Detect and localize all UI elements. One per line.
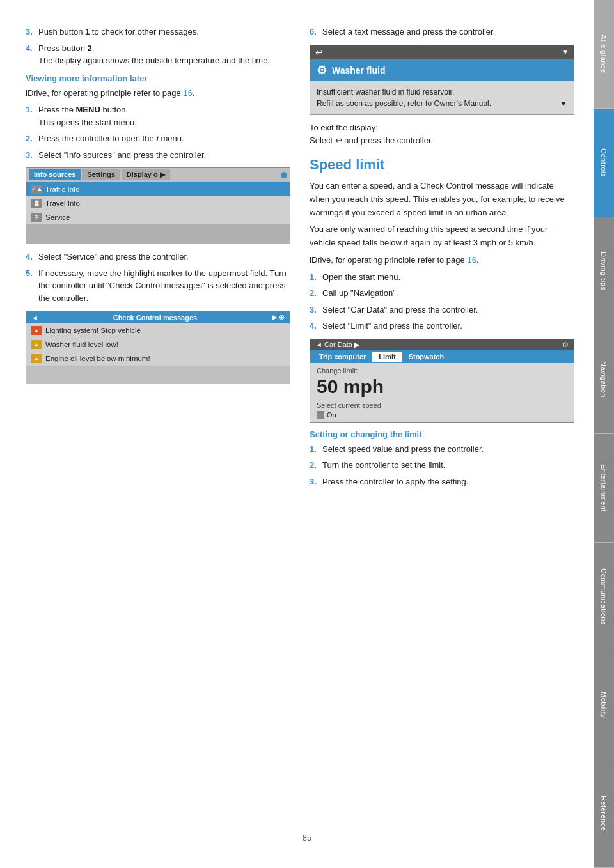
step-text: Open the start menu.: [322, 271, 574, 284]
step-text: If necessary, move the highlight marker …: [38, 267, 290, 305]
tab-trip-computer[interactable]: Trip computer: [313, 352, 372, 362]
step-number: 1.: [310, 271, 319, 284]
step-number: 5.: [26, 267, 35, 305]
step-4: 4. Press button 2.The display again show…: [26, 42, 290, 67]
exit-instruction: Select ↩ and press the controller.: [310, 136, 433, 145]
washer-top-bar: ↩ ▼: [310, 45, 574, 59]
substep-3: 3. Select "Info sources" and press the c…: [26, 149, 290, 162]
check-item-lighting: ▲ Lighting system! Stop vehicle: [26, 323, 290, 337]
sidebar-item-communications[interactable]: Communications: [594, 543, 614, 651]
menu-item-service: ⊕ Service: [26, 210, 290, 224]
sidebar-item-navigation[interactable]: Navigation: [594, 325, 614, 434]
setting-heading: Setting or changing the limit: [310, 430, 574, 439]
screen-footer: [26, 224, 290, 244]
sidebar-label: Driving tips: [600, 252, 608, 290]
substep-5: 5. If necessary, move the highlight mark…: [26, 267, 290, 305]
sidebar-item-mobility[interactable]: Mobility: [594, 651, 614, 760]
sidebar-item-controls[interactable]: Controls: [594, 109, 614, 217]
screen-tab-display: Display o ▶: [122, 169, 170, 180]
step-text: Select speed value and press the control…: [322, 443, 574, 456]
nav-arrow-right: ▶ ⊕: [272, 313, 285, 322]
traffic-icon: ✓▲: [31, 185, 42, 194]
step-number: 3.: [26, 149, 35, 162]
screen-tab-settings: Settings: [82, 169, 120, 180]
step-number: 1.: [26, 104, 35, 128]
check-control-label: Check Control messages: [113, 314, 197, 322]
step-text: Call up "Navigation".: [322, 287, 574, 300]
substep-1: 1. Press the MENU button.This opens the …: [26, 104, 290, 128]
step-text: Select "Info sources" and press the cont…: [38, 149, 290, 162]
car-data-nav: ◄ Car Data ▶: [315, 341, 359, 349]
viewing-heading: Viewing more information later: [26, 74, 290, 83]
sidebar-item-at-a-glance[interactable]: At a glance: [594, 0, 614, 109]
back-icon: ↩: [315, 47, 323, 58]
exit-text: To exit the display: Select ↩ and press …: [310, 121, 574, 148]
step-number: 1.: [310, 443, 319, 456]
menu-item-traffic: ✓▲ Traffic Info: [26, 182, 290, 196]
washer-body-text: Insufficient washer fluid in fluid reser…: [317, 88, 491, 108]
speed-step-3: 3. Select "Car Data" and press the contr…: [310, 304, 574, 316]
speed-step-4: 4. Select "Limit" and press the controll…: [310, 320, 574, 332]
idrive-ref2: iDrive, for operating principle refer to…: [310, 254, 574, 267]
step-text: Press button 2.The display again shows t…: [38, 42, 290, 67]
step-number: 4.: [26, 42, 35, 67]
sidebar-label: Communications: [600, 568, 608, 625]
error-icon: ▲: [31, 326, 42, 335]
sidebar-item-driving-tips[interactable]: Driving tips: [594, 217, 614, 326]
check-item-oil: ▲ Engine oil level below minimum!: [26, 352, 290, 366]
step-6: 6. Select a text message and press the c…: [310, 26, 574, 38]
step-number: 6.: [310, 26, 319, 38]
warn-icon: ▲: [31, 340, 42, 349]
sidebar-label: Navigation: [600, 361, 608, 398]
menu-label: Service: [45, 213, 70, 221]
sidebar-label: Reference: [600, 796, 608, 831]
page-content: 3. Push button 1 to check for other mess…: [0, 0, 594, 517]
setting-step-3: 3. Press the controller to apply the set…: [310, 476, 574, 488]
tab-limit[interactable]: Limit: [372, 352, 402, 362]
scroll-indicator: ▼: [560, 98, 567, 109]
screen-tab-info: Info sources: [29, 169, 81, 180]
idrive-ref: iDrive, for operating principle refer to…: [26, 87, 290, 100]
select-speed-label: Select current speed: [317, 401, 567, 409]
right-column: 6. Select a text message and press the c…: [310, 26, 574, 492]
warn-icon: ▲: [31, 354, 42, 363]
setting-step-2: 2. Turn the controller to set the limit.: [310, 459, 574, 472]
speed-step-2: 2. Call up "Navigation".: [310, 287, 574, 300]
sidebar-label: Mobility: [600, 692, 608, 718]
checkbox-icon[interactable]: [317, 411, 324, 419]
step-number: 3.: [310, 304, 319, 316]
substep-4: 4. Select "Service" and press the contro…: [26, 251, 290, 263]
dot-indicator: [281, 172, 287, 178]
on-checkbox: On: [317, 411, 567, 419]
speed-limit-body1: You can enter a speed, and a Check Contr…: [310, 180, 574, 219]
sidebar-item-reference[interactable]: Reference: [594, 759, 614, 868]
check-text: Lighting system! Stop vehicle: [45, 327, 141, 334]
check-control-screen: ◄ Check Control messages ▶ ⊕ ▲ Lighting …: [26, 311, 290, 384]
sidebar-item-entertainment[interactable]: Entertainment: [594, 434, 614, 543]
nav-arrow-left: ◄: [31, 314, 38, 322]
signal-icon: ▼: [562, 49, 569, 56]
step-text: Select a text message and press the cont…: [322, 26, 574, 38]
car-data-top-bar: ◄ Car Data ▶ ⚙: [310, 339, 574, 350]
washer-body: Insufficient washer fluid in fluid reser…: [310, 81, 574, 114]
step-text: Press the MENU button.This opens the sta…: [38, 104, 290, 128]
washer-title: ⚙ Washer fluid: [310, 59, 574, 81]
menu-item-travel: 📋 Travel Info: [26, 196, 290, 210]
screen-tab-bar: Info sources Settings Display o ▶: [26, 168, 290, 182]
step-text: Select "Service" and press the controlle…: [38, 251, 290, 263]
left-column: 3. Push button 1 to check for other mess…: [26, 26, 290, 492]
tab-stopwatch[interactable]: Stopwatch: [402, 352, 451, 362]
speed-limit-body2: You are only warned of reaching this spe…: [310, 223, 574, 250]
service-icon: ⊕: [31, 213, 42, 222]
screen-footer: [26, 366, 290, 384]
menu-label: Travel Info: [45, 199, 80, 207]
step-text: Turn the controller to set the limit.: [322, 459, 574, 472]
step-number: 2.: [310, 287, 319, 300]
washer-fluid-screen: ↩ ▼ ⚙ Washer fluid Insufficient washer f…: [310, 45, 574, 115]
on-label: On: [327, 411, 336, 419]
substep-2: 2. Press the controller to open the i me…: [26, 132, 290, 145]
setting-step-1: 1. Select speed value and press the cont…: [310, 443, 574, 456]
step-number: 3.: [26, 26, 35, 38]
car-data-screen: ◄ Car Data ▶ ⚙ Trip computer Limit Stopw…: [310, 339, 574, 423]
side-navigation: At a glance Controls Driving tips Naviga…: [594, 0, 614, 868]
